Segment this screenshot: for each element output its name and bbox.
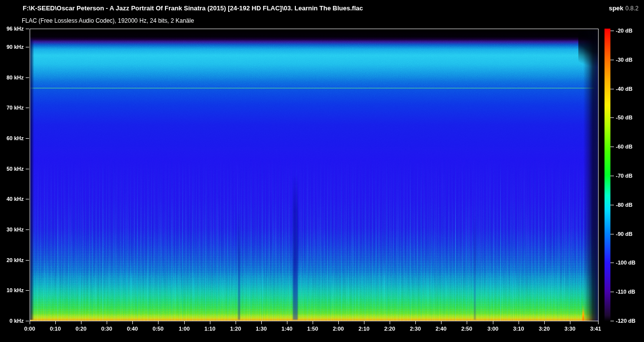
y-axis-label: 90 kHz: [0, 44, 24, 50]
x-axis-label: 3:20: [539, 326, 550, 332]
x-axis-label: 2:40: [436, 326, 446, 332]
x-axis-label: 0:50: [153, 326, 163, 332]
db-scale-label: -40 dB: [616, 86, 633, 92]
y-axis-label: 96 kHz: [0, 26, 24, 32]
track-start-edge: [30, 39, 34, 320]
x-axis-label: 3:30: [564, 326, 575, 332]
y-axis-label: 20 kHz: [0, 257, 24, 263]
db-scale-label: -90 dB: [616, 231, 633, 237]
db-scale-label: -30 dB: [616, 57, 633, 63]
x-axis-label: 0:10: [50, 326, 61, 332]
y-axis-label: 70 kHz: [0, 105, 24, 111]
db-scale-label: -120 dB: [616, 318, 636, 324]
db-scale-label: -60 dB: [616, 144, 633, 150]
db-scale-label: -20 dB: [616, 28, 633, 34]
x-axis-label: 3:41: [590, 326, 601, 332]
app-name: spek: [609, 4, 624, 12]
db-scale-label: -110 dB: [616, 289, 635, 295]
quiet-gap: [238, 210, 240, 320]
file-path: F:\K-SEED\Oscar Peterson - A Jazz Portra…: [23, 4, 363, 12]
db-scale-label: -50 dB: [616, 114, 633, 120]
x-axis-label: 0:20: [76, 326, 86, 332]
quiet-gap: [474, 216, 476, 320]
x-axis-label: 1:40: [282, 326, 292, 332]
app-version: 0.8.2: [625, 5, 639, 12]
x-axis-label: 2:10: [359, 326, 369, 332]
y-axis-label: 10 kHz: [0, 287, 24, 293]
x-axis-label: 0:00: [24, 326, 35, 332]
y-axis-label: 0 kHz: [0, 318, 24, 324]
x-axis-label: 0:40: [127, 326, 138, 332]
format-info: FLAC (Free Lossless Audio Codec), 192000…: [22, 17, 194, 24]
quiet-gap: [293, 175, 298, 320]
x-axis-label: 0:30: [101, 326, 112, 332]
spectrogram-grain-noise: [30, 29, 598, 321]
x-axis-label: 1:20: [230, 326, 241, 332]
x-axis-label: 2:50: [461, 326, 472, 332]
db-scale-label: -70 dB: [616, 173, 633, 179]
app-badge: spek0.8.2: [609, 4, 639, 12]
x-axis-label: 2:20: [384, 326, 395, 332]
spectrogram-plot: [30, 29, 599, 321]
db-scale-label: -100 dB: [616, 260, 636, 266]
x-axis-label: 2:00: [333, 326, 344, 332]
y-axis-label: 60 kHz: [0, 135, 24, 141]
db-color-scale: [604, 29, 610, 321]
y-axis-label: 30 kHz: [0, 227, 24, 232]
x-axis-label: 3:10: [513, 326, 524, 332]
x-axis-label: 1:50: [307, 326, 318, 332]
y-axis-label: 80 kHz: [0, 75, 24, 80]
x-axis-label: 1:00: [179, 326, 190, 332]
steady-tone-line: [30, 88, 594, 88]
x-axis-label: 1:10: [204, 326, 215, 332]
y-axis-label: 40 kHz: [0, 196, 24, 202]
x-axis-label: 2:30: [410, 326, 421, 332]
db-scale-label: -80 dB: [616, 202, 633, 208]
spek-window: { "header": { "file_path": "F:\\K-SEED\\…: [0, 0, 644, 342]
y-axis-label: 50 kHz: [0, 166, 24, 172]
x-axis-label: 3:00: [487, 326, 498, 332]
top-right-corner-fade: [578, 29, 598, 76]
x-axis-label: 1:30: [256, 326, 267, 332]
